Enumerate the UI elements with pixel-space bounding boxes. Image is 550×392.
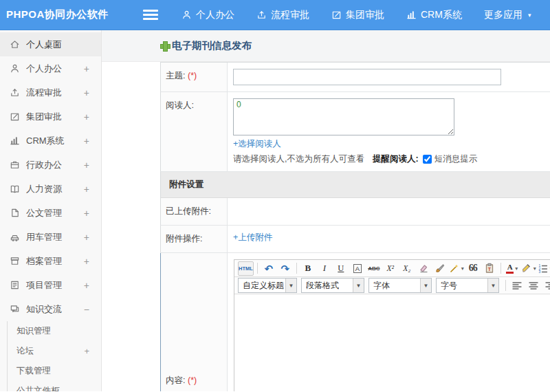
sidebar-item-document-mgmt[interactable]: 公文管理+ [0,201,101,225]
expand-toggle[interactable]: + [84,256,89,267]
sms-checkbox[interactable] [423,155,432,164]
ordered-list-button[interactable]: 123▾ [538,261,550,276]
nav-group-approval[interactable]: 集团审批 [320,0,395,30]
expand-toggle[interactable]: + [84,135,89,146]
briefcase-icon [10,160,20,170]
html-source-button[interactable]: HTML [238,261,254,276]
nav-label: 流程审批 [271,9,309,21]
chevron-down-icon: ▾ [528,12,531,19]
subscript-button[interactable]: X₂ [399,261,415,276]
chart-icon [406,10,417,20]
readers-label: 阅读人: [161,92,228,171]
eraser-button[interactable] [416,261,431,276]
svg-text:T: T [488,267,492,272]
paragraph-format-select[interactable]: 段落格式▼ [301,278,364,293]
font-box-button[interactable]: A [350,261,365,276]
sidebar-item-label: 项目管理 [26,279,62,292]
subject-input[interactable] [233,69,501,85]
car-icon [10,232,20,242]
expand-toggle[interactable]: + [84,160,89,171]
nav-crm-system[interactable]: CRM系统 [395,0,473,30]
workflow-icon [10,87,20,98]
upload-attachment-link[interactable]: +上传附件 [233,232,272,242]
underline-button[interactable]: U [333,261,349,276]
sidebar-item-knowledge-exchange[interactable]: 知识交流− [0,297,101,321]
magic-wand-button[interactable]: ▾ [449,261,464,276]
sidebar-item-label: 知识交流 [26,303,62,316]
select-readers-link[interactable]: +选择阅读人 [233,138,281,150]
hamburger-menu-icon[interactable] [143,10,158,20]
strikethrough-button[interactable]: ABC [366,261,382,276]
page-title: 电子期刊信息发布 [160,39,252,52]
redo-button[interactable]: ↷ [278,261,293,276]
sidebar-item-label: 公共文件柜 [16,385,60,391]
highlight-button[interactable]: ▾ [521,261,536,276]
person-icon [10,63,20,74]
expand-toggle[interactable]: + [84,280,89,291]
align-center-button[interactable] [526,279,541,293]
home-icon [10,39,20,50]
expand-toggle[interactable]: + [84,111,89,122]
sidebar-item-group-approval[interactable]: 集团审批+ [0,105,101,129]
nav-label: CRM系统 [421,9,462,21]
sidebar-item-admin-office[interactable]: 行政办公+ [0,153,101,177]
font-family-select[interactable]: 字体▼ [368,278,432,293]
sidebar-item-knowledge-mgmt[interactable]: 知识管理 [7,321,101,341]
editor-content[interactable] [234,294,550,391]
title-band: 电子期刊信息发布 [102,30,550,62]
sidebar-item-forum[interactable]: 论坛+ [7,341,101,361]
select-value: 字号 [441,280,457,292]
toolbar-separator [257,263,258,274]
top-nav: 个人办公流程审批集团审批CRM系统更多应用▾ [170,0,542,30]
paste-button[interactable]: T [482,261,497,276]
italic-button[interactable]: I [317,261,332,276]
sidebar-item-crm-system[interactable]: CRM系统+ [0,129,101,153]
align-right-button[interactable] [542,279,550,293]
sms-label: 短消息提示 [434,153,478,165]
uploaded-attachments-value [228,198,550,225]
sidebar-item-label: 个人办公 [26,63,62,75]
content-label: 内容: (*) [161,253,228,391]
sidebar-item-label: 行政办公 [26,159,62,171]
undo-button[interactable]: ↶ [261,261,276,276]
expand-toggle[interactable]: + [84,63,89,74]
sidebar-item-workflow-approval[interactable]: 流程审批+ [0,80,101,105]
format-brush-button[interactable] [432,261,448,276]
align-left-button[interactable] [509,279,525,293]
sidebar-item-label: 人力资源 [26,183,62,195]
readers-hint: 请选择阅读人,不选为所有人可查看 提醒阅读人: 短消息提示 [233,153,550,165]
sidebar-item-personal-desktop[interactable]: 个人桌面 [0,32,101,56]
attachment-ops-label: 附件操作: [161,226,228,252]
sidebar-item-public-file-cabinet[interactable]: 公共文件柜 [7,381,101,391]
expand-toggle[interactable]: + [84,346,89,356]
expand-toggle[interactable]: − [84,304,89,315]
readers-textarea[interactable]: 0 [233,98,454,135]
sidebar-item-vehicle-mgmt[interactable]: 用车管理+ [0,225,101,249]
superscript-button[interactable]: X² [383,261,398,276]
blockquote-button[interactable]: 66 [465,261,481,276]
expand-toggle[interactable]: + [84,184,89,195]
sidebar-item-human-resources[interactable]: 人力资源+ [0,177,101,201]
sidebar-item-archive-mgmt[interactable]: 档案管理+ [0,249,101,273]
sidebar-item-label: 下载管理 [16,365,51,377]
nav-more-apps[interactable]: 更多应用▾ [473,0,542,30]
attachment-ops-row: 附件操作: +上传附件 [160,226,550,253]
chat-icon [10,304,20,314]
expand-toggle[interactable]: + [84,208,89,219]
uploaded-attachments-label: 已上传附件: [161,198,228,225]
custom-title-select[interactable]: 自定义标题▼ [238,278,297,293]
expand-toggle[interactable]: + [84,87,89,98]
nav-workflow-approval[interactable]: 流程审批 [245,0,320,30]
expand-toggle[interactable]: + [84,232,89,243]
sidebar-item-download-mgmt[interactable]: 下载管理 [7,361,101,381]
app-window: PHPOA协同办公软件 个人办公流程审批集团审批CRM系统更多应用▾ 个人桌面个… [0,0,550,392]
bold-button[interactable]: B [300,261,316,276]
font-size-select[interactable]: 字号▼ [436,278,499,293]
sidebar-item-label: 知识管理 [16,325,51,337]
nav-personal-office[interactable]: 个人办公 [170,0,245,30]
sidebar-item-project-mgmt[interactable]: 项目管理+ [0,273,101,297]
font-color-button[interactable]: A▾ [505,261,520,276]
svg-text:3: 3 [538,270,540,274]
sidebar-item-personal-office[interactable]: 个人办公+ [0,56,101,80]
sidebar-item-label: 档案管理 [26,255,62,268]
